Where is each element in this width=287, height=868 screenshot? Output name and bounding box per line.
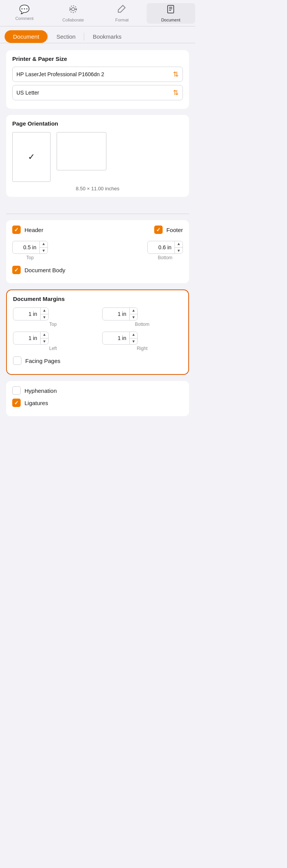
toolbar-document-label: Document bbox=[161, 18, 180, 22]
header-footer-row: ✓ Header ✓ Footer bbox=[12, 226, 183, 238]
facing-pages-row: Facing Pages bbox=[13, 356, 182, 365]
document-margins-section: Document Margins ▲ ▼ Top ▲ bbox=[6, 289, 189, 375]
printer-paper-section: Printer & Paper Size HP LaserJet Profess… bbox=[6, 50, 189, 109]
margin-top-col: ▲ ▼ Top bbox=[13, 307, 93, 327]
toolbar-comment-label: Comment bbox=[15, 16, 34, 21]
header-checkbox-row: ✓ Header bbox=[12, 226, 43, 234]
collaborate-icon bbox=[68, 5, 78, 16]
ligatures-label: Ligatures bbox=[24, 400, 48, 406]
tab-document[interactable]: Document bbox=[5, 30, 47, 43]
toolbar-document[interactable]: Document bbox=[147, 3, 196, 24]
footer-spinner-col: ▲ ▼ Bottom bbox=[147, 241, 183, 260]
svg-point-2 bbox=[70, 8, 71, 10]
margin-left-buttons: ▲ ▼ bbox=[40, 332, 48, 345]
margins-title: Document Margins bbox=[13, 296, 182, 302]
header-checkbox[interactable]: ✓ bbox=[12, 226, 21, 234]
footer-decrement-btn[interactable]: ▼ bbox=[175, 248, 183, 254]
margin-top-increment[interactable]: ▲ bbox=[41, 307, 48, 314]
header-footer-section: ✓ Header ✓ Footer ▲ ▼ bbox=[6, 220, 189, 283]
footer-sub-label: Bottom bbox=[147, 255, 183, 260]
tab-section[interactable]: Section bbox=[48, 30, 84, 43]
footer-label: Footer bbox=[166, 227, 183, 233]
margin-bottom-spinner[interactable]: ▲ ▼ bbox=[102, 307, 138, 320]
header-value-input[interactable] bbox=[13, 244, 39, 250]
margin-right-input[interactable] bbox=[103, 335, 129, 341]
footer-checkbox[interactable]: ✓ bbox=[154, 226, 163, 234]
body-checkbox[interactable]: ✓ bbox=[12, 266, 21, 274]
margin-top-decrement[interactable]: ▼ bbox=[41, 314, 48, 321]
margin-left-spinner[interactable]: ▲ ▼ bbox=[13, 332, 49, 345]
margin-bottom-input[interactable] bbox=[103, 311, 129, 317]
margin-right-label: Right bbox=[102, 346, 182, 351]
svg-point-0 bbox=[72, 8, 75, 11]
portrait-option[interactable]: ✓ bbox=[12, 132, 51, 182]
margin-left-label: Left bbox=[13, 346, 93, 351]
format-icon bbox=[117, 5, 127, 16]
margin-bottom-buttons: ▲ ▼ bbox=[129, 307, 137, 320]
toolbar-comment[interactable]: 💬 Comment bbox=[0, 3, 49, 24]
header-decrement-btn[interactable]: ▼ bbox=[40, 248, 47, 254]
printer-arrow-icon: ⇅ bbox=[173, 70, 179, 78]
printer-select[interactable]: HP LaserJet Professional P1606dn 2 ⇅ bbox=[12, 67, 183, 82]
body-label: Document Body bbox=[24, 267, 65, 273]
footer-value-input[interactable] bbox=[148, 244, 174, 250]
landscape-option[interactable] bbox=[57, 132, 106, 170]
tab-bar: Document Section Bookmarks bbox=[0, 26, 195, 43]
margin-right-spinner[interactable]: ▲ ▼ bbox=[102, 332, 138, 345]
facing-pages-label: Facing Pages bbox=[25, 358, 60, 364]
document-icon bbox=[166, 5, 175, 16]
footer-increment-btn[interactable]: ▲ bbox=[175, 241, 183, 248]
paper-arrow-icon: ⇅ bbox=[173, 88, 179, 97]
ligatures-checkbox[interactable]: ✓ bbox=[12, 399, 21, 407]
portrait-checkmark: ✓ bbox=[28, 152, 35, 162]
margin-bottom-col: ▲ ▼ Bottom bbox=[102, 307, 182, 327]
svg-point-3 bbox=[75, 8, 77, 10]
margin-bottom-increment[interactable]: ▲ bbox=[130, 307, 137, 314]
toolbar-format[interactable]: Format bbox=[98, 3, 147, 24]
margin-left-input[interactable] bbox=[13, 335, 40, 341]
margin-right-buttons: ▲ ▼ bbox=[129, 332, 137, 345]
margin-left-col: ▲ ▼ Left bbox=[13, 332, 93, 351]
margin-left-decrement[interactable]: ▼ bbox=[41, 338, 48, 345]
margin-top-input[interactable] bbox=[13, 311, 40, 317]
margin-bottom-decrement[interactable]: ▼ bbox=[130, 314, 137, 321]
margin-right-increment[interactable]: ▲ bbox=[130, 332, 137, 338]
paper-label: US Letter bbox=[16, 90, 173, 96]
header-sub-label: Top bbox=[12, 255, 48, 260]
printer-paper-title: Printer & Paper Size bbox=[12, 56, 183, 62]
header-label: Header bbox=[24, 227, 43, 233]
margin-top-buttons: ▲ ▼ bbox=[40, 307, 48, 320]
toolbar-collaborate[interactable]: Collaborate bbox=[49, 3, 98, 24]
footer-spinner-buttons: ▲ ▼ bbox=[174, 241, 183, 254]
margin-top-spinner[interactable]: ▲ ▼ bbox=[13, 307, 49, 320]
footer-spinner[interactable]: ▲ ▼ bbox=[147, 241, 183, 254]
content-area: Printer & Paper Size HP LaserJet Profess… bbox=[0, 43, 195, 423]
margin-top-label: Top bbox=[13, 322, 93, 327]
page-orientation-section: Page Orientation ✓ 8.50 × 11.00 inches bbox=[6, 115, 189, 197]
margin-right-col: ▲ ▼ Right bbox=[102, 332, 182, 351]
toolbar-collaborate-label: Collaborate bbox=[62, 18, 84, 22]
landscape-box bbox=[57, 132, 106, 170]
hyphenation-label: Hyphenation bbox=[24, 387, 57, 394]
header-increment-btn[interactable]: ▲ bbox=[40, 241, 47, 248]
tab-bookmarks[interactable]: Bookmarks bbox=[84, 30, 130, 43]
paper-select[interactable]: US Letter ⇅ bbox=[12, 85, 183, 100]
header-spinner[interactable]: ▲ ▼ bbox=[12, 241, 48, 254]
hyphenation-checkbox[interactable] bbox=[12, 386, 21, 395]
bottom-section: Hyphenation ✓ Ligatures bbox=[6, 381, 189, 416]
facing-pages-checkbox[interactable] bbox=[13, 356, 21, 365]
hyphenation-row: Hyphenation bbox=[12, 386, 183, 395]
orientation-options: ✓ bbox=[12, 132, 183, 182]
header-spinner-buttons: ▲ ▼ bbox=[39, 241, 47, 254]
orientation-title: Page Orientation bbox=[12, 120, 183, 127]
margin-bottom-label: Bottom bbox=[102, 322, 182, 327]
ligatures-row: ✓ Ligatures bbox=[12, 399, 183, 407]
margin-left-increment[interactable]: ▲ bbox=[41, 332, 48, 338]
spacer bbox=[6, 203, 189, 211]
printer-label: HP LaserJet Professional P1606dn 2 bbox=[16, 71, 173, 77]
divider-1 bbox=[6, 214, 189, 214]
margin-right-decrement[interactable]: ▼ bbox=[130, 338, 137, 345]
comment-icon: 💬 bbox=[19, 5, 29, 15]
portrait-box: ✓ bbox=[12, 132, 51, 182]
page-size-label: 8.50 × 11.00 inches bbox=[12, 186, 183, 191]
